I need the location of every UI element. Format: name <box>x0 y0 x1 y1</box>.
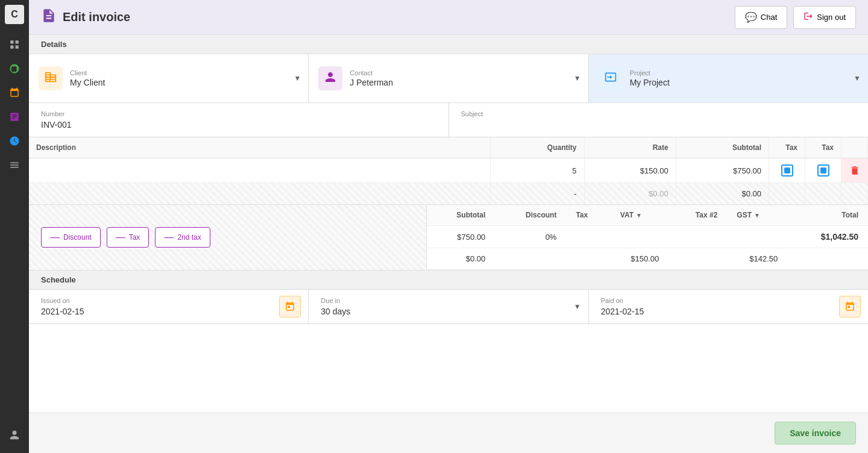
tax-dropdown-icon[interactable]: ▼ <box>636 212 642 219</box>
contact-content: Contact J Peterman <box>350 69 578 87</box>
page-header: Edit invoice 💬 Chat Sign out <box>29 0 868 35</box>
tax-button-label: Tax <box>129 233 140 242</box>
sidebar-item-clock[interactable] <box>4 130 25 152</box>
tax2-dropdown-icon[interactable]: ▼ <box>754 212 760 219</box>
due-in-label: Due in <box>321 297 576 304</box>
subject-label: Subject <box>461 110 857 117</box>
signout-icon <box>804 11 813 23</box>
row2-description[interactable] <box>29 183 490 205</box>
col-actions <box>841 137 868 158</box>
project-dropdown-icon[interactable]: ▼ <box>854 74 861 83</box>
summary-second-row: $0.00 $150.00 $142.50 <box>427 248 868 270</box>
subject-field[interactable]: Subject <box>449 103 869 137</box>
contact-field[interactable]: Contact J Peterman ▼ <box>309 54 588 102</box>
row1-quantity[interactable]: 5 <box>490 158 584 183</box>
sidebar-item-money[interactable] <box>4 58 25 80</box>
row2-subtotal: $0.00 <box>427 248 495 270</box>
number-label: Number <box>41 110 436 117</box>
footer-buttons: — Discount — Tax — 2nd tax <box>29 205 427 270</box>
sidebar-item-calendar[interactable] <box>4 82 25 104</box>
add-discount-button[interactable]: — Discount <box>41 227 101 248</box>
client-icon-wrap <box>39 66 63 90</box>
invoice-icon <box>41 8 57 27</box>
row1-tax1[interactable] <box>769 158 805 183</box>
discount-value: 0% <box>495 226 566 248</box>
bottom-bar: Save invoice <box>29 413 868 453</box>
main-content: Edit invoice 💬 Chat Sign out Details <box>29 0 868 453</box>
details-section-header: Details <box>29 35 868 54</box>
tax-header: Tax <box>566 205 610 226</box>
paid-on-field: Paid on 2021-02-15 <box>589 290 868 323</box>
save-invoice-button[interactable]: Save invoice <box>775 422 856 445</box>
schedule-section-header: Schedule <box>29 270 868 290</box>
add-tax-button[interactable]: — Tax <box>107 227 149 248</box>
col-rate: Rate <box>584 137 676 158</box>
chat-icon: 💬 <box>745 11 757 23</box>
page-title: Edit invoice <box>63 10 130 24</box>
project-label: Project <box>630 69 858 77</box>
row2-tax2: $142.50 <box>668 248 787 270</box>
issued-on-value: 2021-02-15 <box>41 307 296 316</box>
subtotal-value: $750.00 <box>427 226 495 248</box>
row1-delete[interactable] <box>841 158 868 183</box>
issued-on-calendar-button[interactable] <box>279 296 301 317</box>
subtotal-header: Subtotal <box>427 205 495 226</box>
client-label: Client <box>70 69 298 77</box>
summary-values-row: $750.00 0% $1,042.50 <box>427 226 868 248</box>
row1-tax2[interactable] <box>805 158 841 183</box>
contact-icon-wrap <box>318 66 342 90</box>
delete-icon[interactable] <box>849 165 860 176</box>
row2-tax1 <box>769 183 805 205</box>
number-value: INV-001 <box>41 120 436 130</box>
contact-value: J Peterman <box>350 78 578 87</box>
sidebar-item-user[interactable] <box>4 424 25 446</box>
project-field[interactable]: Project My Project ▼ <box>589 54 868 102</box>
contact-dropdown-icon[interactable]: ▼ <box>574 74 581 83</box>
chat-button[interactable]: 💬 Chat <box>735 6 787 29</box>
table-row: 5 $150.00 $750.00 <box>29 158 868 183</box>
client-icon <box>44 70 57 87</box>
col-description: Description <box>29 137 490 158</box>
tax1-checkbox[interactable] <box>781 164 793 177</box>
signout-button[interactable]: Sign out <box>793 6 856 29</box>
signout-label: Sign out <box>817 13 846 22</box>
svg-rect-3 <box>16 46 19 49</box>
contact-label: Contact <box>350 69 578 77</box>
tax2-header: Tax #2 <box>668 205 727 226</box>
sidebar-item-list[interactable] <box>4 154 25 176</box>
due-in-dropdown-icon[interactable]: ▼ <box>574 302 581 311</box>
row2-rate: $0.00 <box>584 183 676 205</box>
row2-subtotal: $0.00 <box>676 183 769 205</box>
svg-rect-1 <box>16 40 19 43</box>
minus-2ndtax-icon: — <box>164 232 174 243</box>
app-logo: C <box>5 5 24 24</box>
col-tax1: Tax <box>769 137 805 158</box>
invoice-table: Description Quantity Rate Subtotal Tax T… <box>29 137 868 204</box>
sidebar-item-reports[interactable] <box>4 106 25 128</box>
add-2nd-tax-button[interactable]: — 2nd tax <box>155 227 210 248</box>
paid-on-calendar-button[interactable] <box>839 296 861 317</box>
client-dropdown-icon[interactable]: ▼ <box>294 74 301 83</box>
col-quantity: Quantity <box>490 137 584 158</box>
row1-rate[interactable]: $150.00 <box>584 158 676 183</box>
tax2-type-cell[interactable]: GST ▼ <box>727 205 787 226</box>
row2-delete <box>841 183 868 205</box>
client-content: Client My Client <box>70 69 298 87</box>
chat-label: Chat <box>761 13 777 22</box>
minus-tax-icon: — <box>116 232 125 243</box>
svg-rect-0 <box>10 40 13 43</box>
contact-icon <box>324 71 336 86</box>
due-in-field[interactable]: Due in 30 days ▼ <box>309 290 588 323</box>
discount-header: Discount <box>495 205 566 226</box>
tax2-checkbox[interactable] <box>817 164 829 177</box>
summary-table: Subtotal Discount Tax VAT ▼ <box>427 205 868 270</box>
header-actions: 💬 Chat Sign out <box>735 6 856 29</box>
paid-on-label: Paid on <box>601 297 856 304</box>
sidebar-item-dashboard[interactable] <box>4 34 25 55</box>
sidebar: C <box>0 0 29 453</box>
page-content: Details Client My Client ▼ <box>29 35 868 413</box>
discount-label: Discount <box>63 233 92 242</box>
tax-type-cell[interactable]: VAT ▼ <box>611 205 669 226</box>
row1-description[interactable] <box>29 158 490 183</box>
client-field[interactable]: Client My Client ▼ <box>29 54 309 102</box>
